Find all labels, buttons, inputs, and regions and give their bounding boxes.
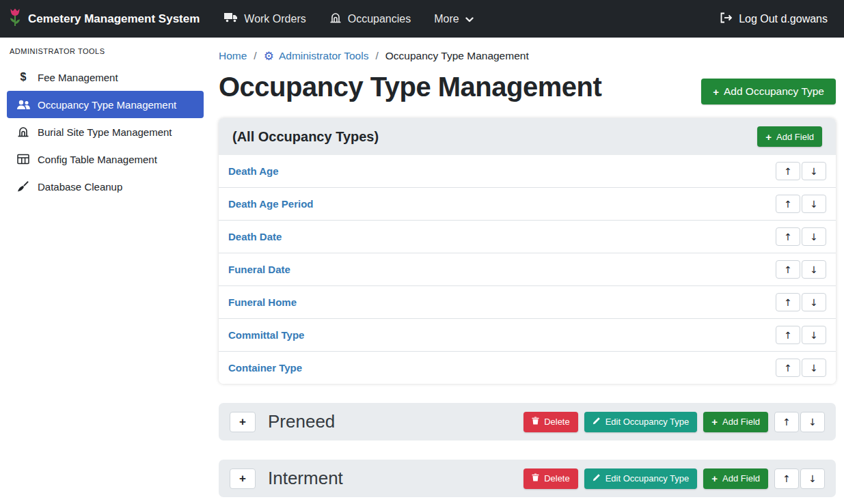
- plus-icon: +: [713, 87, 719, 97]
- arrow-up-icon: ↑: [784, 331, 792, 340]
- field-link[interactable]: Funeral Date: [228, 264, 290, 275]
- field-row: Funeral Date ↑ ↓: [219, 253, 836, 286]
- sidebar-section-header: ADMINISTRATOR TOOLS: [0, 46, 210, 64]
- truck-icon: [224, 12, 238, 25]
- occupancy-type-section: + Preneed Delete: [219, 403, 836, 440]
- breadcrumb-admin-tools[interactable]: Administrator Tools: [279, 50, 369, 62]
- field-row: Death Age ↑ ↓: [219, 155, 836, 188]
- field-link[interactable]: Death Age: [228, 165, 279, 177]
- edit-occupancy-type-button[interactable]: Edit Occupancy Type: [584, 412, 698, 432]
- field-link[interactable]: Death Date: [228, 231, 282, 242]
- logout-label: Log Out d.gowans: [739, 13, 828, 25]
- logout-link[interactable]: Log Out d.gowans: [720, 12, 828, 26]
- field-link[interactable]: Death Age Period: [228, 198, 313, 210]
- nav-links: Work Orders Occupancies More: [215, 6, 482, 32]
- card-header: (All Occupancy Types) + Add Field: [219, 118, 836, 155]
- top-navbar: Cemetery Management System Work Orders O…: [0, 0, 844, 38]
- sidebar-item-label: Database Cleanup: [38, 181, 122, 193]
- move-up-button[interactable]: ↑: [776, 162, 800, 180]
- nav-more[interactable]: More: [424, 8, 482, 31]
- expand-button[interactable]: +: [230, 412, 256, 432]
- section-actions: Delete Edit Occupancy Type +: [523, 412, 825, 432]
- add-field-button[interactable]: + Add Field: [757, 126, 822, 147]
- arrow-down-icon: ↓: [810, 167, 818, 176]
- arrow-up-icon: ↑: [784, 167, 792, 176]
- chevron-down-icon: [465, 13, 474, 25]
- nav-more-label: More: [434, 13, 459, 25]
- sidebar-item-database-cleanup[interactable]: Database Cleanup: [7, 173, 204, 200]
- add-field-button[interactable]: + Add Field: [703, 412, 768, 432]
- move-down-button[interactable]: ↓: [802, 260, 826, 279]
- delete-label: Delete: [544, 417, 570, 427]
- move-down-button[interactable]: ↓: [802, 195, 826, 213]
- nav-work-orders[interactable]: Work Orders: [215, 7, 315, 31]
- brand-link[interactable]: Cemetery Management System: [8, 8, 200, 30]
- add-field-label: Add Field: [722, 417, 760, 427]
- field-link[interactable]: Committal Type: [228, 329, 304, 341]
- sidebar-item-fee-management[interactable]: $ Fee Management: [7, 64, 204, 91]
- reorder-controls: ↑ ↓: [776, 260, 826, 279]
- breadcrumb-current: Occupancy Type Management: [385, 50, 529, 62]
- plus-icon: +: [711, 417, 718, 427]
- move-up-button[interactable]: ↑: [776, 260, 800, 279]
- move-up-button[interactable]: ↑: [776, 293, 800, 311]
- occupancy-type-section: + Interment Delete: [219, 460, 836, 497]
- nav-occupancies[interactable]: Occupancies: [320, 6, 421, 32]
- arrow-up-icon: ↑: [782, 417, 791, 427]
- all-occupancy-types-card: (All Occupancy Types) + Add Field Death …: [219, 118, 836, 384]
- field-row: Death Date ↑ ↓: [219, 221, 836, 253]
- move-down-button[interactable]: ↓: [802, 359, 826, 377]
- move-up-button[interactable]: ↑: [776, 195, 800, 213]
- logout-icon: [720, 12, 733, 26]
- move-down-button[interactable]: ↓: [800, 468, 825, 489]
- occupancy-type-title: Interment: [268, 468, 343, 489]
- sidebar: ADMINISTRATOR TOOLS $ Fee Management Occ…: [0, 38, 210, 504]
- arrow-down-icon: ↓: [808, 417, 817, 427]
- sidebar-item-label: Fee Management: [38, 72, 118, 83]
- plus-icon: +: [239, 472, 246, 486]
- move-down-button[interactable]: ↓: [802, 326, 826, 344]
- main-content: Home / ⚙ Administrator Tools / Occupancy…: [210, 38, 844, 504]
- move-up-button[interactable]: ↑: [776, 359, 800, 377]
- dollar-icon: $: [16, 71, 30, 83]
- page-title: Occupancy Type Management: [219, 72, 601, 102]
- add-field-label: Add Field: [776, 132, 814, 142]
- sidebar-item-occupancy-type-management[interactable]: Occupancy Type Management: [7, 91, 204, 118]
- sidebar-item-label: Burial Site Type Management: [38, 126, 172, 138]
- sidebar-item-burial-site-type-management[interactable]: Burial Site Type Management: [7, 118, 204, 145]
- broom-icon: [16, 180, 30, 193]
- move-down-button[interactable]: ↓: [802, 227, 826, 246]
- flower-logo-icon: [8, 8, 22, 30]
- sidebar-item-config-table-management[interactable]: Config Table Management: [7, 145, 204, 173]
- arrow-down-icon: ↓: [810, 265, 818, 275]
- nav-work-orders-label: Work Orders: [244, 13, 305, 25]
- delete-button[interactable]: Delete: [523, 412, 578, 432]
- delete-button[interactable]: Delete: [523, 468, 578, 489]
- move-up-button[interactable]: ↑: [774, 412, 799, 432]
- edit-occupancy-type-button[interactable]: Edit Occupancy Type: [584, 468, 698, 489]
- field-row: Death Age Period ↑ ↓: [219, 188, 836, 221]
- move-down-button[interactable]: ↓: [802, 162, 826, 180]
- reorder-controls: ↑ ↓: [776, 326, 826, 344]
- add-occupancy-type-button[interactable]: + Add Occupancy Type: [701, 79, 836, 104]
- occupancy-type-title: Preneed: [268, 411, 335, 432]
- add-field-button[interactable]: + Add Field: [703, 468, 768, 489]
- breadcrumb-separator: /: [254, 50, 256, 62]
- field-link[interactable]: Funeral Home: [228, 296, 297, 308]
- move-up-button[interactable]: ↑: [776, 326, 800, 344]
- move-up-button[interactable]: ↑: [774, 468, 799, 489]
- field-link[interactable]: Container Type: [228, 362, 302, 374]
- reorder-controls: ↑ ↓: [776, 227, 826, 246]
- move-down-button[interactable]: ↓: [802, 293, 826, 311]
- move-up-button[interactable]: ↑: [776, 227, 800, 246]
- pencil-icon: [593, 473, 601, 484]
- breadcrumb-home[interactable]: Home: [219, 50, 247, 62]
- breadcrumb-separator: /: [375, 50, 378, 62]
- reorder-controls: ↑ ↓: [774, 412, 825, 432]
- move-down-button[interactable]: ↓: [800, 412, 825, 432]
- plus-icon: +: [239, 415, 246, 429]
- arrow-down-icon: ↓: [810, 331, 818, 340]
- arrow-up-icon: ↑: [784, 298, 792, 307]
- users-icon: [16, 100, 30, 110]
- expand-button[interactable]: +: [230, 468, 256, 489]
